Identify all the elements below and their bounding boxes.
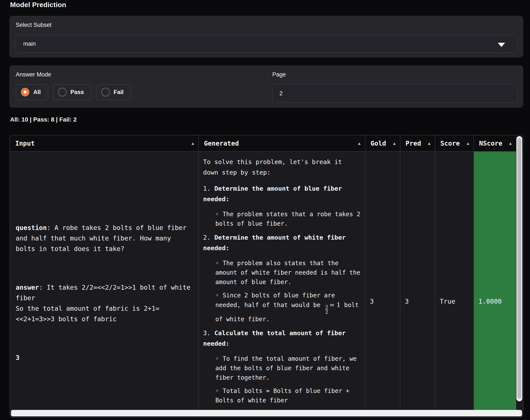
subset-label: Select Subset	[16, 22, 52, 28]
cell-nscore: 1.0000	[474, 152, 516, 410]
page-title: Model Prediction	[10, 1, 66, 9]
sort-asc-icon: ▲	[358, 141, 361, 146]
column-header-label: Pred	[406, 140, 421, 147]
sort-asc-icon: ▲	[393, 141, 396, 146]
table-row: question: A robe takes 2 bolts of blue f…	[10, 152, 523, 410]
cell-pred: 3	[400, 152, 435, 410]
bullet-marker-icon: ◦	[215, 211, 223, 218]
answer-mode-option-all[interactable]: All	[16, 84, 48, 100]
column-header-label: Generated	[204, 140, 239, 147]
generated-bullet: ◦ The problem also states that the amoun…	[215, 259, 362, 287]
horizontal-scrollbar[interactable]	[11, 410, 522, 416]
column-header-pred[interactable]: Pred▲	[400, 135, 435, 151]
answer-mode-option-label: Pass	[71, 89, 84, 96]
math-fraction: 22	[325, 305, 328, 315]
input-question: question: A robe takes 2 bolts of blue f…	[16, 212, 191, 254]
vertical-scrollbar-thumb[interactable]	[517, 138, 521, 399]
bullet-marker-icon: ◦	[215, 387, 223, 394]
answer-mode-option-fail[interactable]: Fail	[96, 84, 131, 100]
cell-generated: To solve this problem, let's break it do…	[199, 152, 365, 410]
column-header-label: Input	[15, 140, 35, 147]
page-number-input[interactable]	[272, 84, 517, 103]
column-header-gold[interactable]: Gold▲	[365, 135, 400, 151]
column-header-input[interactable]: Input▲	[10, 135, 199, 151]
page-label: Page	[272, 71, 286, 78]
radio-unselected-icon	[101, 88, 110, 97]
sort-asc-icon: ▲	[428, 141, 430, 146]
answer-mode-option-label: Fail	[114, 89, 124, 96]
answer-mode-radio-group: AllPassFail	[16, 84, 131, 100]
vertical-scrollbar[interactable]	[516, 136, 522, 401]
subset-card: Select Subset main	[9, 16, 523, 57]
subset-select[interactable]: main	[16, 35, 517, 53]
input-final-answer: 3	[16, 342, 191, 363]
table-header-row: Input▲Generated▲Gold▲Pred▲Score▲NScore▲	[10, 135, 523, 152]
subset-selected-value: main	[23, 41, 36, 47]
answer-mode-label: Answer Mode	[16, 71, 51, 78]
answer-mode-option-pass[interactable]: Pass	[53, 84, 91, 100]
sort-asc-icon: ▲	[191, 141, 194, 146]
radio-selected-icon	[21, 88, 29, 97]
bullet-marker-icon: ◦	[215, 292, 223, 299]
radio-unselected-icon	[58, 88, 67, 97]
sort-asc-icon: ▲	[467, 141, 469, 146]
caret-down-icon	[498, 43, 505, 47]
cell-score: True	[435, 152, 474, 410]
generated-bullet: ◦ The problem states that a robe takes 2…	[215, 210, 362, 228]
results-stats: All: 10 | Pass: 8 | Fail: 2	[10, 116, 77, 123]
input-answer: answer: It takes 2/2=<<2/2=1>>1 bolt of …	[16, 272, 191, 324]
bullet-marker-icon: ◦	[215, 260, 223, 267]
generated-intro: To solve this problem, let's break it do…	[203, 157, 362, 178]
generated-step-heading-2: 2. Determine the amount of white fiber n…	[203, 232, 362, 253]
column-header-generated[interactable]: Generated▲	[199, 135, 365, 151]
generated-step-heading-1: 1. Determine the amount of blue fiber ne…	[203, 183, 362, 204]
generated-bullet: ◦ Total bolts = Bolts of blue fiber + Bo…	[215, 386, 362, 405]
bullet-marker-icon: ◦	[215, 355, 223, 362]
column-header-label: NScore	[479, 140, 502, 147]
column-header-label: Gold	[370, 140, 386, 147]
math-text: = 1	[329, 301, 340, 308]
answer-mode-option-label: All	[33, 89, 41, 96]
generated-step-heading-3: 3. Calculate the total amount of fiber n…	[203, 328, 362, 349]
column-header-label: Score	[440, 140, 460, 147]
cell-gold: 3	[365, 152, 400, 410]
column-header-score[interactable]: Score▲	[435, 135, 474, 151]
answer-mode-card: Answer Mode AllPassFail Page	[9, 66, 523, 108]
generated-bullet: ◦ To find the total amount of fiber, we …	[215, 354, 362, 382]
predictions-table: Input▲Generated▲Gold▲Pred▲Score▲NScore▲ …	[10, 135, 523, 418]
cell-input: question: A robe takes 2 bolts of blue f…	[10, 152, 199, 410]
column-header-nscore[interactable]: NScore▲	[474, 135, 516, 151]
sort-asc-icon: ▲	[509, 141, 512, 146]
generated-bullet: ◦ Since 2 bolts of blue fiber are needed…	[215, 291, 362, 324]
